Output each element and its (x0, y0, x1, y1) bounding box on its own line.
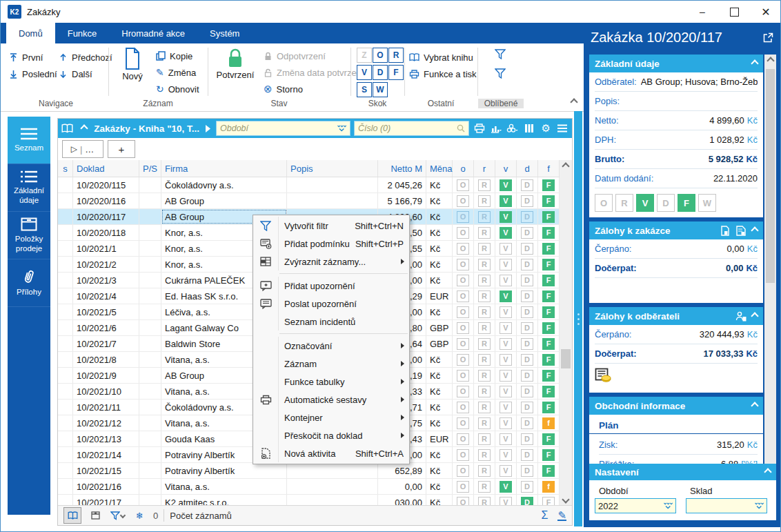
cell[interactable] (58, 273, 73, 288)
cell[interactable]: 10/2021/16 (73, 479, 139, 494)
sum-icon[interactable]: Σ (542, 509, 548, 522)
warehouse-combo[interactable] (686, 498, 767, 513)
cell[interactable]: EUR (426, 431, 453, 446)
table-row[interactable]: 10/2021/15Potraviny Albertík652,89KčORVD… (58, 463, 560, 479)
cell[interactable] (58, 479, 73, 494)
cell[interactable] (139, 336, 161, 351)
cell[interactable] (58, 384, 73, 399)
collapse-section-icon[interactable] (751, 312, 758, 319)
jump-f-button[interactable]: F (388, 65, 404, 80)
cell[interactable] (287, 495, 378, 505)
jump-o-button[interactable]: O (373, 48, 388, 63)
cell[interactable]: Kč (426, 400, 453, 415)
functions-print-button[interactable]: Funkce a tisk (409, 66, 477, 82)
cell[interactable]: AB Group (161, 193, 287, 208)
cell[interactable]: Kč (426, 273, 453, 288)
select-book-button[interactable]: Vybrat knihu (409, 49, 473, 66)
cell[interactable] (58, 241, 73, 256)
cell[interactable]: 10/2021/11 (73, 400, 139, 415)
settings-gear-icon[interactable]: ⚙ (540, 121, 553, 136)
cell[interactable]: Kč (426, 209, 453, 224)
cell[interactable] (139, 400, 161, 415)
cell[interactable]: Kč (426, 479, 453, 494)
column-header-d[interactable]: d (517, 160, 538, 177)
menu-item-funkce-tabulky[interactable]: Funkce tabulky (253, 373, 409, 391)
nav-prev-button[interactable]: Předchozí (59, 49, 112, 66)
refresh-button[interactable]: ↻ Obnovit (156, 81, 199, 97)
container-view-toggle[interactable] (87, 508, 103, 523)
scroll-up-arrow[interactable] (560, 160, 572, 172)
scroll-thumb[interactable] (561, 349, 571, 368)
cell[interactable] (139, 209, 161, 224)
column-header-Netto M[interactable]: Netto M (378, 160, 426, 177)
copy-button[interactable]: Kopie (156, 48, 192, 64)
table-row[interactable]: 10/2020/115Čokoládovny a.s.2 045,26KčORV… (58, 177, 560, 193)
cell[interactable] (139, 368, 161, 383)
nav-next-button[interactable]: Další (59, 66, 92, 82)
collapse-panel-icon[interactable] (77, 121, 90, 136)
cell[interactable] (58, 336, 73, 351)
cell[interactable]: Kč (426, 304, 453, 319)
cancel-button[interactable]: ⊗ Storno (264, 81, 303, 97)
cell[interactable] (139, 193, 161, 208)
cell[interactable]: 10/2020/118 (73, 225, 139, 240)
cell[interactable]: 10/2021/15 (73, 463, 139, 478)
sidebar-item-prilohy[interactable]: Přílohy (8, 259, 50, 307)
nav-first-button[interactable]: První (9, 49, 43, 66)
cell[interactable] (58, 400, 73, 415)
cell[interactable]: GBP (426, 320, 453, 335)
cell[interactable]: Kč (426, 241, 453, 256)
column-header-Popis[interactable]: Popis (287, 160, 378, 177)
menu-item-p-idat-podm-nku[interactable]: Přidat podmínkuShift+Ctrl+P (253, 235, 409, 253)
table-vertical-scrollbar[interactable] (560, 160, 572, 505)
cell[interactable] (287, 479, 378, 494)
cell[interactable] (139, 304, 161, 319)
close-button[interactable]: ✕ (750, 1, 781, 23)
menu-item-ozna-ov-n-[interactable]: Označování (253, 337, 409, 355)
columns-icon[interactable] (523, 121, 536, 136)
tab-domů[interactable]: Domů (6, 23, 55, 43)
cell[interactable] (139, 431, 161, 446)
menu-item-automatick-sestavy[interactable]: Automatické sestavy (253, 391, 409, 408)
collapse-section-icon[interactable] (751, 402, 758, 409)
cell[interactable] (58, 368, 73, 383)
cell[interactable] (58, 320, 73, 335)
panel-splitter[interactable] (574, 111, 582, 526)
cell[interactable]: Kč (426, 352, 453, 367)
cell[interactable] (58, 177, 73, 193)
cell[interactable] (139, 384, 161, 399)
cell[interactable] (287, 463, 378, 478)
advance-payment-icon[interactable] (589, 364, 763, 387)
table-row[interactable]: 10/2021/16Vitana, a.s.0,00KčORVDf (58, 479, 560, 495)
cell[interactable]: Kč (426, 368, 453, 383)
cell[interactable]: 10/2020/115 (73, 177, 139, 193)
cell[interactable]: 10/2021/14 (73, 447, 139, 462)
book-view-toggle[interactable] (63, 507, 81, 524)
cell[interactable] (58, 193, 73, 208)
cell[interactable]: 0,00 (378, 479, 426, 494)
maximize-button[interactable] (718, 1, 750, 23)
menu-item-kontejner[interactable]: Kontejner (253, 408, 409, 426)
table-row[interactable]: 10/2021/17K2 atmitec s.r.o.030,00KčORVDF (58, 495, 560, 505)
cell[interactable] (139, 320, 161, 335)
cell[interactable] (139, 447, 161, 462)
cell[interactable]: 10/2021/9 (73, 368, 139, 383)
cell[interactable] (139, 479, 161, 494)
panel-vertical-scrollbar[interactable] (764, 55, 776, 477)
cell[interactable] (58, 495, 73, 505)
nav-last-button[interactable]: Poslední (9, 66, 57, 82)
column-header-r[interactable]: r (474, 160, 495, 177)
cell[interactable] (287, 193, 378, 208)
cell[interactable] (139, 288, 161, 304)
cell[interactable]: 10/2021/6 (73, 320, 139, 335)
cell[interactable]: Vitana, a.s. (161, 479, 287, 494)
cell[interactable]: 10/2021/4 (73, 288, 139, 304)
cell[interactable]: Kč (426, 257, 453, 272)
new-record-button[interactable]: Nový (117, 46, 148, 81)
column-header-v[interactable]: v (495, 160, 517, 177)
cell[interactable]: 10/2021/10 (73, 384, 139, 399)
number-search-field[interactable]: Číslo (0) (354, 121, 469, 136)
advance-docs-icon[interactable] (735, 226, 747, 236)
chart-icon[interactable] (489, 121, 502, 136)
cell[interactable] (139, 177, 161, 193)
